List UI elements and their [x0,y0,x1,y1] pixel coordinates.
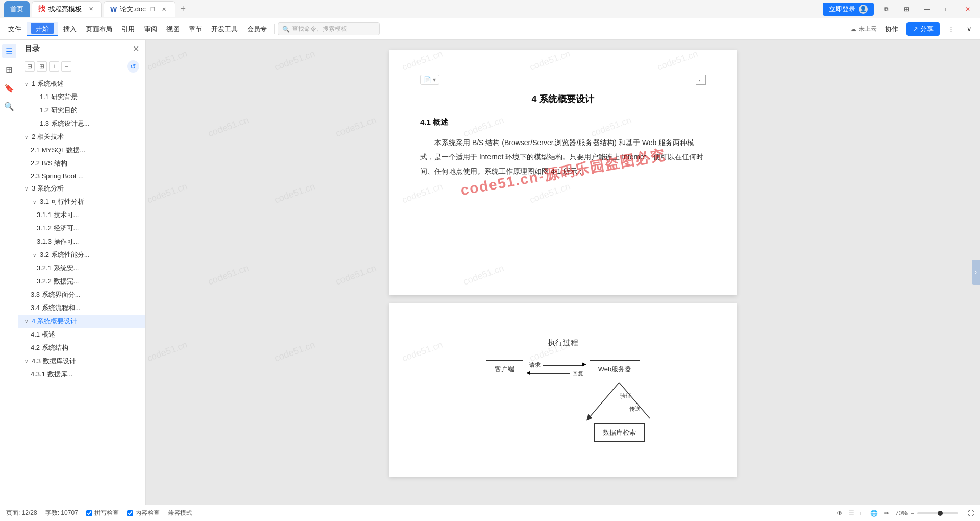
toc-item-4-2-label: 4.2 系统结构 [31,343,68,352]
share-icon: ↗ [913,25,918,33]
start-btn[interactable]: 开始 [31,23,54,34]
toc-remove-button[interactable]: − [61,61,71,72]
toolbar-collab[interactable]: 协作 [881,22,902,36]
login-button[interactable]: 立即登录 👤 [823,3,874,16]
toc-item-3[interactable]: ∨ 3 系统分析 [18,182,145,195]
tab-home[interactable]: 首页 [4,1,30,17]
tab-doc[interactable]: W 论文.doc ❐ ✕ [104,1,175,17]
nav-icon-btn[interactable]: ⊞ [2,62,16,77]
search-icon-btn[interactable]: 🔍 [2,99,16,113]
zoom-minus-button[interactable]: − [911,510,914,517]
sidebar-close-button[interactable]: ✕ [133,44,139,54]
search-icon: 🔍 [282,26,290,33]
toc-item-4-3-1[interactable]: 4.3.1 数据库... [18,368,145,381]
toc-item-1-2-label: 1.2 研究目的 [40,106,78,115]
zoom-plus-button[interactable]: + [961,510,965,517]
win-grid-button[interactable]: ⊞ [898,4,915,14]
toolbar-ref[interactable]: 引用 [117,22,139,36]
toc-item-2-3[interactable]: 2.3 Spring Boot ... [18,170,145,182]
toc-collapse-all-button[interactable]: ⊟ [24,61,35,72]
toc-item-4-1[interactable]: 4.1 概述 [18,328,145,341]
toc-item-3-1-3[interactable]: 3.1.3 操作可... [18,235,145,248]
toc-item-1-1[interactable]: 1.1 研究背景 [18,90,145,104]
spell-check-toggle[interactable]: 拼写检查 [86,509,119,517]
spell-check-checkbox[interactable] [86,510,92,516]
web-layout-icon[interactable]: 🌐 [870,510,878,517]
toc-item-3-4[interactable]: 3.4 系统流程和... [18,301,145,315]
toc-item-1-2[interactable]: 1.2 研究目的 [18,104,145,117]
toc-item-3-2-2[interactable]: 3.2.2 数据完... [18,275,145,288]
tab-wps-close[interactable]: ✕ [87,5,95,13]
toc-item-4[interactable]: ∨ 4 系统概要设计 [18,315,145,328]
toc-item-3-1-1[interactable]: 3.1.1 技术可... [18,208,145,222]
document-area[interactable]: code51.cn code51.cn code51.cn code51.cn … [146,40,980,505]
win-close-button[interactable]: ✕ [960,4,976,14]
tab-wps-template[interactable]: 找 找程亮模板 ✕ [32,1,102,17]
toolbar-expand[interactable]: ∨ [963,23,976,35]
toolbar-start[interactable]: 开始 [27,22,58,36]
win-min-button[interactable]: — [919,4,935,14]
toolbar-view[interactable]: 视图 [162,22,184,36]
doc-heading-1: 4 系统概要设计 [420,93,706,105]
toolbar-more[interactable]: ⋮ [944,23,959,35]
arrow-reply: ◀ 回复 [529,370,583,377]
user-avatar: 👤 [859,5,868,14]
tab-doc-close[interactable]: ✕ [160,5,168,13]
toolbar-search[interactable]: 🔍 查找命令、搜索模板 [278,22,380,35]
toc-sync-button[interactable]: ↺ [127,60,139,73]
toc-item-1[interactable]: ∨ 1 系统概述 [18,77,145,90]
toolbar-dev[interactable]: 开发工具 [207,22,242,36]
toolbar-layout[interactable]: 页面布局 [82,22,116,36]
toc-item-3-2[interactable]: ∨ 3.2 系统性能分... [18,248,145,262]
watermark-15: code51.cn [334,263,378,287]
view-icon[interactable]: 👁 [837,510,843,517]
toolbar-member[interactable]: 会员专 [243,22,271,36]
toc-item-3-2-1[interactable]: 3.2.1 系统安... [18,262,145,275]
bookmark-icon-btn[interactable]: 🔖 [2,81,16,95]
toc-item-1-3-label: 1.3 系统设计思... [40,119,90,128]
toc-expand-all-button[interactable]: ⊞ [37,61,47,72]
doc-actions-button[interactable]: 📄 ▾ [420,75,439,85]
toc-item-2[interactable]: ∨ 2 相关技术 [18,130,145,144]
toc-item-1-3[interactable]: 1.3 系统设计思... [18,117,145,130]
outline-icon-btn[interactable]: ☰ [2,44,16,58]
arrow-line-left: ◀ [529,373,570,374]
toc-arrow-4: ∨ [22,318,30,325]
toc-add-button[interactable]: + [49,61,59,72]
toc-item-2-2[interactable]: 2.2 B/S 结构 [18,157,145,170]
toolbar-review[interactable]: 审阅 [140,22,161,36]
tab-add-button[interactable]: + [177,3,189,15]
toc-arrow-3-1: ∨ [31,198,38,205]
arrow-left-icon: ◀ [526,370,530,375]
toc-item-3-4-label: 3.4 系统流程和... [31,303,81,313]
toolbar-file[interactable]: 文件 [4,22,26,36]
toolbar-divider-1 [274,24,275,34]
content-check-toggle[interactable]: 内容检查 [127,509,160,517]
toc-item-3-3[interactable]: 3.3 系统界面分... [18,288,145,301]
win-split-button[interactable]: ⧉ [878,4,894,14]
page-layout-icon[interactable]: □ [861,510,864,517]
toc-item-3-1[interactable]: ∨ 3.1 可行性分析 [18,195,145,208]
diagram-row-1: 客户端 请求 ▶ ◀ [486,360,641,378]
share-button[interactable]: ↗ 分享 [906,22,940,36]
content-check-checkbox[interactable] [127,510,133,516]
toc-item-3-1-label: 3.1 可行性分析 [40,197,84,206]
win-max-button[interactable]: □ [939,4,955,14]
toc-item-3-1-2[interactable]: 3.1.2 经济可... [18,222,145,235]
layout-icon[interactable]: ☰ [849,510,854,517]
edit-icon[interactable]: ✏ [884,510,889,517]
right-collapse-button[interactable]: › [972,260,980,285]
fullscreen-button[interactable]: ⛶ [968,510,974,517]
toc-item-4-3[interactable]: ∨ 4.3 数据库设计 [18,354,145,368]
doc-fold-icon[interactable]: ⌐ [696,75,706,85]
watermark-11: code51.cn [273,181,316,205]
watermark-17: code51.cn [146,339,189,364]
restore-icon[interactable]: ❐ [150,6,155,13]
zoom-slider[interactable] [917,512,958,514]
toc-item-4-2[interactable]: 4.2 系统结构 [18,341,145,354]
toolbar-chapter[interactable]: 章节 [185,22,206,36]
doc-page-top: 📄 ▾ ⌐ [420,75,706,85]
svg-line-0 [589,383,619,418]
toolbar-insert[interactable]: 插入 [59,22,81,36]
toc-item-2-1[interactable]: 2.1 MYSQL 数据... [18,144,145,157]
